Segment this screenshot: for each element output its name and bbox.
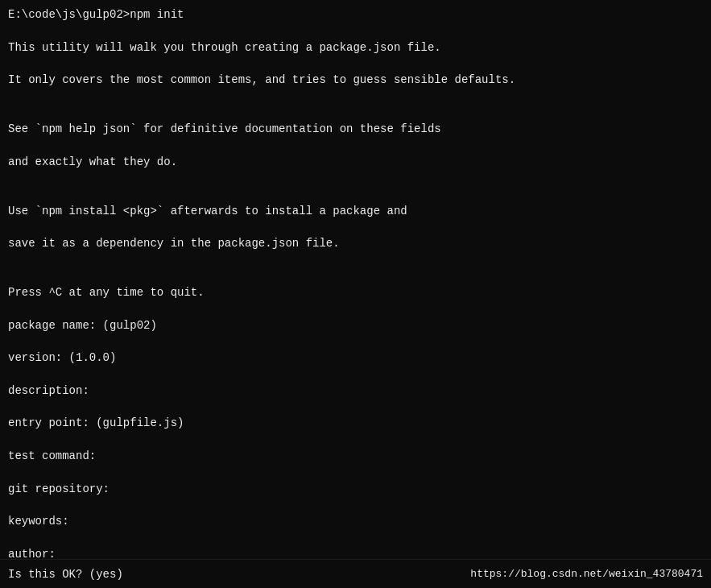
terminal-line: entry point: (gulpfile.js) bbox=[8, 415, 703, 431]
terminal-line: version: (1.0.0) bbox=[8, 350, 703, 366]
terminal-line: It only covers the most common items, an… bbox=[8, 72, 703, 88]
terminal-output: E:\code\js\gulp02>npm init This utility … bbox=[8, 6, 703, 588]
terminal-line: and exactly what they do. bbox=[8, 154, 703, 170]
terminal-line: E:\code\js\gulp02>npm init bbox=[8, 6, 703, 23]
terminal-line: save it as a dependency in the package.j… bbox=[8, 235, 703, 251]
prompt-text: Is this OK? (yes) bbox=[8, 568, 123, 581]
terminal-line: test command: bbox=[8, 448, 703, 464]
terminal-line: description: bbox=[8, 383, 703, 399]
terminal-line: git repository: bbox=[8, 481, 703, 497]
terminal-line: See `npm help json` for definitive docum… bbox=[8, 121, 703, 137]
terminal-line: Press ^C at any time to quit. bbox=[8, 284, 703, 300]
terminal-line: package name: (gulp02) bbox=[8, 317, 703, 333]
watermark-text: https://blog.csdn.net/weixin_43780471 bbox=[470, 568, 703, 580]
terminal-line: keywords: bbox=[8, 513, 703, 529]
terminal-window: E:\code\js\gulp02>npm init This utility … bbox=[0, 0, 711, 588]
terminal-line: Use `npm install <pkg>` afterwards to in… bbox=[8, 203, 703, 219]
bottom-bar: Is this OK? (yes) https://blog.csdn.net/… bbox=[0, 559, 711, 588]
terminal-line: This utility will walk you through creat… bbox=[8, 39, 703, 56]
